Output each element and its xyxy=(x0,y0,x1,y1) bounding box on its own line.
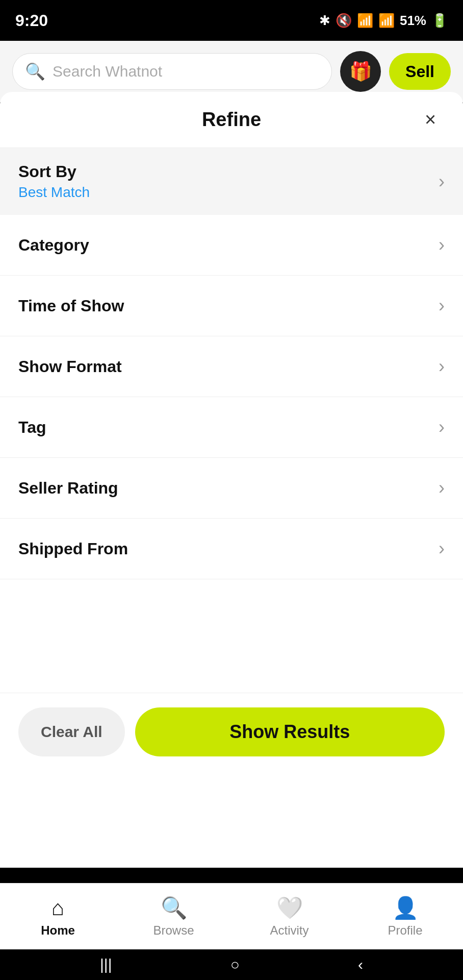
clear-all-button[interactable]: Clear All xyxy=(18,707,125,756)
filter-row-shipped-from[interactable]: Shipped From › xyxy=(0,519,463,579)
sort-by-label: Sort By xyxy=(18,162,90,181)
gift-icon: 🎁 xyxy=(349,61,372,82)
nav-item-browse[interactable]: 🔍 Browse xyxy=(116,890,232,943)
nav-label-activity: Activity xyxy=(270,923,308,938)
nav-home[interactable]: ○ xyxy=(230,956,240,973)
nav-recent-apps[interactable]: ||| xyxy=(100,956,112,973)
search-input-placeholder: Search Whatnot xyxy=(53,63,162,80)
sort-by-content: Sort By Best Match xyxy=(18,162,90,201)
modal-header: Refine × xyxy=(0,92,463,148)
battery-text: 51% xyxy=(400,13,426,29)
modal-title: Refine xyxy=(202,109,261,131)
seller-rating-chevron: › xyxy=(439,477,445,499)
nav-label-browse: Browse xyxy=(153,923,194,938)
filter-label-shipped-from: Shipped From xyxy=(18,540,128,558)
sell-label: Sell xyxy=(405,62,434,81)
close-icon: × xyxy=(425,109,436,131)
filter-label-tag: Tag xyxy=(18,418,46,437)
refine-modal: Refine × Sort By Best Match › Category ›… xyxy=(0,92,463,868)
filter-row-time-of-show[interactable]: Time of Show › xyxy=(0,276,463,336)
status-bar: 9:20 ✱ 🔇 📶 📶 51% 🔋 xyxy=(0,0,463,41)
filter-row-seller-rating[interactable]: Seller Rating › xyxy=(0,458,463,519)
shipped-from-chevron: › xyxy=(439,538,445,559)
sort-by-value: Best Match xyxy=(18,184,90,201)
status-right-icons: ✱ 🔇 📶 📶 51% 🔋 xyxy=(319,13,448,29)
filter-row-show-format[interactable]: Show Format › xyxy=(0,336,463,397)
search-bar[interactable]: 🔍 Search Whatnot xyxy=(12,53,332,90)
filter-label-category: Category xyxy=(18,236,89,255)
bluetooth-icon: ✱ xyxy=(319,13,330,29)
show-format-chevron: › xyxy=(439,356,445,377)
filter-row-category[interactable]: Category › xyxy=(0,215,463,276)
sound-icon: 🔇 xyxy=(336,13,352,29)
home-icon: ⌂ xyxy=(52,896,64,920)
browse-icon: 🔍 xyxy=(161,895,187,920)
gift-button[interactable]: 🎁 xyxy=(340,51,381,92)
status-time: 9:20 xyxy=(15,11,48,30)
nav-item-home[interactable]: ⌂ Home xyxy=(0,891,116,943)
filter-label-seller-rating: Seller Rating xyxy=(18,479,118,498)
tag-chevron: › xyxy=(439,416,445,438)
nav-item-activity[interactable]: 🤍 Activity xyxy=(232,890,347,943)
signal-icon: 📶 xyxy=(378,13,395,29)
sort-by-row[interactable]: Sort By Best Match › xyxy=(0,148,463,215)
nav-back[interactable]: ‹ xyxy=(358,956,363,973)
wifi-icon: 📶 xyxy=(357,13,373,29)
profile-icon: 👤 xyxy=(392,895,419,920)
battery-icon: 🔋 xyxy=(431,13,448,29)
category-chevron: › xyxy=(439,234,445,256)
filter-label-time-of-show: Time of Show xyxy=(18,297,124,315)
filter-label-show-format: Show Format xyxy=(18,357,122,376)
nav-label-home: Home xyxy=(41,923,75,938)
system-nav-bar: ||| ○ ‹ xyxy=(0,949,463,980)
nav-item-profile[interactable]: 👤 Profile xyxy=(347,890,463,943)
search-icon: 🔍 xyxy=(25,62,45,81)
sort-by-chevron: › xyxy=(439,171,445,192)
bottom-actions: Clear All Show Results xyxy=(0,693,463,771)
filter-row-tag[interactable]: Tag › xyxy=(0,397,463,458)
time-of-show-chevron: › xyxy=(439,295,445,316)
sell-button[interactable]: Sell xyxy=(389,53,451,90)
show-results-button[interactable]: Show Results xyxy=(135,707,445,756)
activity-icon: 🤍 xyxy=(276,895,303,920)
bottom-nav: ⌂ Home 🔍 Browse 🤍 Activity 👤 Profile xyxy=(0,883,463,949)
nav-label-profile: Profile xyxy=(388,923,422,938)
modal-close-button[interactable]: × xyxy=(416,106,445,134)
